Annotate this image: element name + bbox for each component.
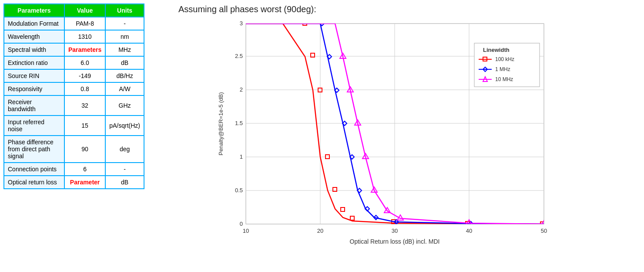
param-value[interactable]: Parameter [64, 176, 105, 189]
svg-text:10 MHz: 10 MHz [495, 76, 513, 82]
param-value: 15 [64, 116, 105, 136]
param-name: Extinction ratio [4, 56, 64, 69]
param-value: 0.8 [64, 82, 105, 95]
param-value: 6 [64, 163, 105, 176]
param-value: 6.0 [64, 56, 105, 69]
param-value: 1310 [64, 30, 105, 43]
param-units: GHz [105, 95, 144, 116]
param-value: 90 [64, 136, 105, 163]
svg-text:0: 0 [240, 221, 243, 227]
param-units: - [105, 163, 144, 176]
table-row: Source RIN-149dB/Hz [4, 69, 144, 82]
table-row: Receiver bandwidth32GHz [4, 95, 144, 116]
chart-section: Assuming all phases worst (90deg): [148, 0, 644, 272]
param-name: Wavelength [4, 30, 64, 43]
param-units: pA/sqrt(Hz) [105, 116, 144, 136]
param-value: PAM-8 [64, 17, 105, 30]
param-name: Input referred noise [4, 116, 64, 136]
svg-text:10: 10 [243, 228, 249, 234]
col-header-parameters: Parameters [4, 4, 64, 17]
table-row: Connection points6- [4, 163, 144, 176]
chart-container: 10 20 30 40 50 0 0.5 1 1.5 2 2.5 3 Optic… [218, 17, 574, 248]
param-name: Phase difference from direct path signal [4, 136, 64, 163]
param-value[interactable]: Parameters [64, 43, 105, 56]
table-row: Wavelength1310nm [4, 30, 144, 43]
table-row: Input referred noise15pA/sqrt(Hz) [4, 116, 144, 136]
param-name: Modulation Format [4, 17, 64, 30]
param-units: dB/Hz [105, 69, 144, 82]
param-units: nm [105, 30, 144, 43]
svg-text:40: 40 [466, 228, 472, 234]
svg-text:0.5: 0.5 [235, 187, 243, 194]
chart-svg: 10 20 30 40 50 0 0.5 1 1.5 2 2.5 3 Optic… [218, 17, 574, 248]
parameters-table-section: Parameters Value Units Modulation Format… [0, 0, 148, 272]
svg-text:1: 1 [240, 153, 243, 160]
chart-title: Assuming all phases worst (90deg): [178, 4, 316, 14]
param-units: MHz [105, 43, 144, 56]
param-units: A/W [105, 82, 144, 95]
param-name: Spectral width [4, 43, 64, 56]
svg-text:50: 50 [541, 228, 547, 234]
parameters-table: Parameters Value Units Modulation Format… [3, 3, 144, 189]
param-name: Connection points [4, 163, 64, 176]
table-row: Extinction ratio6.0dB [4, 56, 144, 69]
param-name: Receiver bandwidth [4, 95, 64, 116]
svg-text:100 kHz: 100 kHz [495, 56, 514, 62]
y-axis-label: Penalty@BER=1e-5 (dB) [218, 92, 224, 155]
svg-text:20: 20 [317, 228, 323, 234]
param-name: Source RIN [4, 69, 64, 82]
svg-text:1.5: 1.5 [235, 120, 243, 126]
svg-text:30: 30 [392, 228, 398, 234]
svg-text:3: 3 [240, 20, 243, 27]
svg-text:Linewidth: Linewidth [483, 47, 510, 53]
table-row: Modulation FormatPAM-8- [4, 17, 144, 30]
param-units: dB [105, 56, 144, 69]
svg-text:1 MHz: 1 MHz [495, 66, 510, 72]
param-units: dB [105, 176, 144, 189]
param-value: 32 [64, 95, 105, 116]
table-row: Responsivity0.8A/W [4, 82, 144, 95]
svg-text:2: 2 [240, 86, 243, 93]
param-units: - [105, 17, 144, 30]
col-header-units: Units [105, 4, 144, 17]
table-row: Optical return lossParameterdB [4, 176, 144, 189]
col-header-value: Value [64, 4, 105, 17]
table-row: Phase difference from direct path signal… [4, 136, 144, 163]
table-row: Spectral widthParametersMHz [4, 43, 144, 56]
param-name: Responsivity [4, 82, 64, 95]
param-units: deg [105, 136, 144, 163]
x-axis-label: Optical Return loss (dB) incl. MDI [350, 238, 440, 245]
svg-text:2.5: 2.5 [235, 53, 243, 59]
param-value: -149 [64, 69, 105, 82]
param-name: Optical return loss [4, 176, 64, 189]
